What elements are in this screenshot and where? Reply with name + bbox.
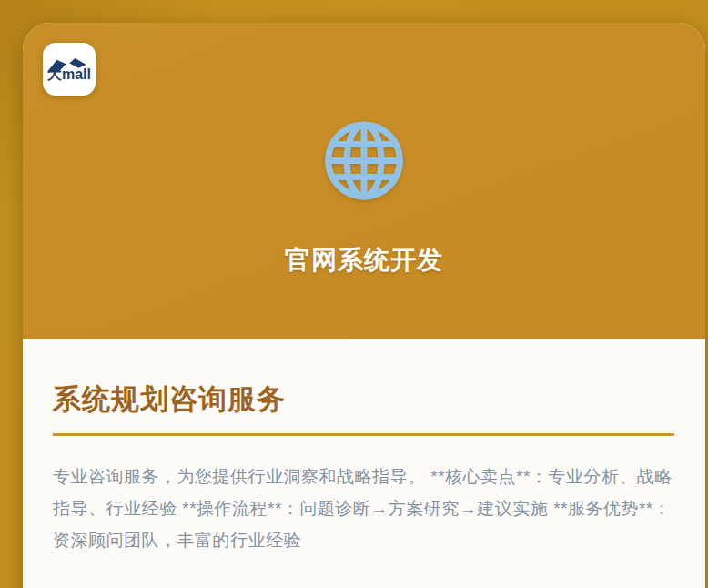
card-header: 大mall 官网系统开发 bbox=[23, 23, 705, 339]
service-heading: 系统规划咨询服务 bbox=[53, 380, 674, 419]
logo-inner: 大mall bbox=[47, 56, 91, 82]
app-logo: 大mall bbox=[43, 43, 96, 96]
header-title: 官网系统开发 bbox=[23, 243, 705, 278]
globe-icon bbox=[321, 117, 408, 204]
service-description: 专业咨询服务，为您提供行业洞察和战略指导。 **核心卖点**：专业分析、战略指导… bbox=[53, 461, 674, 556]
logo-text: 大mall bbox=[47, 67, 91, 82]
card-body: 系统规划咨询服务 专业咨询服务，为您提供行业洞察和战略指导。 **核心卖点**：… bbox=[23, 339, 705, 556]
gold-divider bbox=[53, 433, 674, 436]
service-detail-card[interactable]: 大mall 官网系统开发 系统规划咨询服务 专业咨询服务，为您提供行业洞察和战略… bbox=[23, 23, 705, 588]
